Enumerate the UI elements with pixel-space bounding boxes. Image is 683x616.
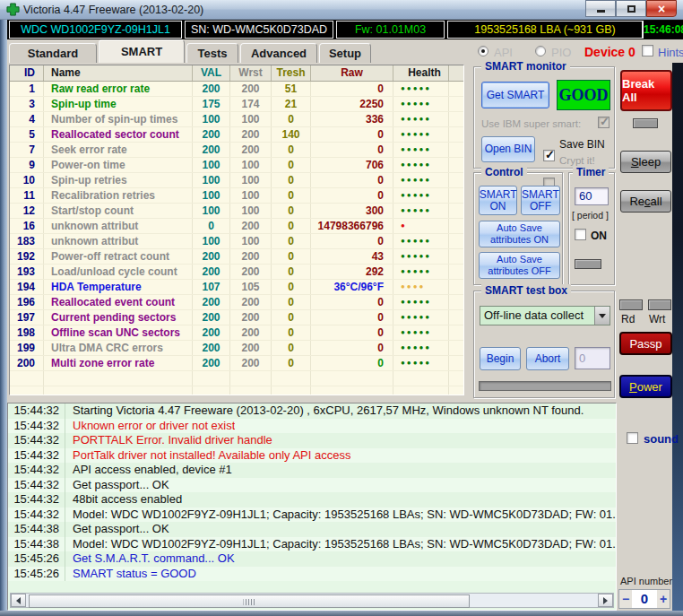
table-row[interactable]: 193 Load/unload cycle count 200 200 0 29… [10, 265, 463, 280]
log-entry[interactable]: 15:44:32 Get passport... OK [8, 478, 616, 493]
timer-on-checkbox[interactable] [575, 229, 586, 240]
table-row[interactable]: 4 Number of spin-up times 100 100 0 336 … [10, 112, 463, 127]
cell-tresh: 0 [272, 265, 311, 279]
open-bin-button[interactable]: Open BIN [481, 136, 535, 162]
table-row[interactable]: 196 Reallocated event count 200 200 0 0 … [10, 295, 463, 310]
cell-health-dots: ●●●●● [393, 143, 449, 157]
header-tresh[interactable]: Tresh [272, 65, 311, 81]
log-message: PortTalk driver not installed! Available… [65, 448, 350, 464]
table-row[interactable]: 9 Power-on time 100 100 0 706 ●●●●● [10, 158, 463, 173]
minimize-button[interactable] [585, 0, 616, 17]
cell-raw: 0 [311, 234, 393, 248]
table-row[interactable]: 198 Offline scan UNC sectors 200 200 0 0… [10, 325, 463, 341]
table-row[interactable]: 200 Multi zone error rate 200 200 0 0 ●●… [10, 356, 463, 371]
recall-button[interactable]: Recall [620, 190, 671, 213]
scrollbar-thumb[interactable] [29, 594, 470, 608]
close-button[interactable]: × [646, 0, 677, 17]
tab-smart[interactable]: SMART [99, 39, 185, 63]
scroll-left-button[interactable] [11, 594, 26, 607]
begin-button[interactable]: Begin [480, 347, 521, 370]
pio-radio[interactable] [535, 46, 546, 56]
spinner-increment-button[interactable]: + [657, 590, 670, 608]
table-row[interactable]: 197 Current pending sectors 200 200 0 0 … [10, 310, 463, 325]
smart-on-button[interactable]: SMART ON [479, 186, 517, 215]
cell-wrst: 100 [230, 188, 272, 203]
get-smart-button[interactable]: Get SMART [481, 82, 549, 108]
header-name[interactable]: Name [44, 65, 193, 81]
test-count-field[interactable]: 0 [575, 347, 610, 369]
log-entry[interactable]: 15:44:38 Get passport... OK [8, 522, 616, 537]
cell-wrst: 200 [230, 143, 272, 157]
timer-period-input[interactable]: 60 [575, 187, 609, 205]
cell-wrst: 200 [230, 82, 272, 96]
header-wrst[interactable]: Wrst [230, 65, 272, 81]
log-entry[interactable]: 15:44:32 Model: WDC WD1002F9YZ-09H1JL1; … [8, 508, 616, 523]
test-select-dropdown-button[interactable] [594, 307, 610, 325]
header-health[interactable]: Health [393, 65, 449, 81]
cell-spacer [449, 188, 463, 203]
cell-spacer [449, 280, 463, 294]
tab-setup[interactable]: Setup [319, 43, 371, 63]
horizontal-scrollbar[interactable] [10, 593, 614, 608]
autosave-on-button[interactable]: Auto Save attributes ON [479, 221, 560, 247]
cell-id: 194 [10, 280, 44, 294]
table-row[interactable]: 3 Spin-up time 175 174 21 2250 ●●●●● [10, 97, 463, 112]
table-row[interactable]: 194 HDA Temperature 107 105 0 36°C/96°F … [10, 280, 463, 295]
table-row[interactable]: 7 Seek error rate 200 200 0 0 ●●●●● [10, 143, 463, 158]
control-title: Control [481, 166, 527, 178]
cell-health-dots: ●●●●● [393, 325, 449, 340]
autosave-off-button[interactable]: Auto Save attributes OFF [479, 252, 560, 279]
log-entry[interactable]: 15:44:32 48bit access enabled [8, 492, 616, 508]
sleep-button[interactable]: Sleep [620, 151, 671, 173]
header-val[interactable]: VAL [193, 65, 230, 81]
cell-wrst: 200 [230, 219, 272, 233]
tab-advanced[interactable]: Advanced [240, 43, 317, 63]
cell-raw: 0 [311, 356, 393, 370]
smart-off-button[interactable]: SMART OFF [521, 186, 560, 215]
table-row[interactable]: 11 Recalibration retries 100 100 0 0 ●●●… [10, 188, 463, 204]
table-row[interactable] [10, 371, 463, 386]
header-spacer [449, 65, 463, 81]
table-row[interactable]: 199 Ultra DMA CRC errors 200 200 0 0 ●●●… [10, 341, 463, 356]
tab-tests[interactable]: Tests [186, 43, 238, 63]
table-row[interactable]: 183 unknown attribut 100 100 0 0 ●●●●● [10, 234, 463, 249]
log-entry[interactable]: 15:44:32 PortTalk driver not installed! … [8, 448, 616, 464]
cell-tresh: 0 [272, 173, 311, 187]
tab-standard[interactable]: Standard [9, 43, 97, 63]
table-row[interactable]: 16 unknown attribut 0 200 0 14798366796 … [10, 219, 463, 234]
header-id[interactable]: ID [10, 65, 44, 81]
smart-monitor-group: SMART monitor Get SMART GOOD Use IBM sup… [473, 66, 615, 169]
log-entry[interactable]: 15:44:38 Model: WDC WD1002F9YZ-09H1JL1; … [8, 537, 616, 552]
log-entry[interactable]: 15:44:32 PORTTALK Error. Invalid driver … [8, 433, 616, 448]
api-radio[interactable] [478, 46, 488, 56]
passp-button[interactable]: Passp [619, 332, 672, 355]
log-entry[interactable]: 15:45:26 SMART status = GOOD [8, 567, 616, 582]
test-select[interactable]: Off-line data collect [480, 306, 610, 325]
table-row[interactable]: 1 Raw read error rate 200 200 51 0 ●●●●● [10, 82, 463, 97]
table-row[interactable] [10, 386, 463, 395]
smart-attributes-table: ID Name VAL Wrst Tresh Raw Health 1 Raw … [9, 65, 464, 395]
log-entry[interactable]: 15:44:32 API access enabled, device #1 [8, 463, 616, 478]
break-all-button[interactable]: Break All [620, 70, 672, 111]
spinner-decrement-button[interactable]: − [619, 590, 632, 608]
cell-health-dots: ●●●●● [393, 265, 449, 279]
table-row[interactable]: 192 Power-off retract count 200 200 0 43… [10, 249, 463, 265]
table-row[interactable]: 5 Reallocated sector count 200 200 140 0… [10, 127, 463, 143]
table-row[interactable]: 12 Start/stop count 100 100 0 300 ●●●●● [10, 204, 463, 219]
log-entry[interactable]: 15:45:26 Get S.M.A.R.T. command... OK [8, 551, 616, 567]
sound-checkbox[interactable] [627, 432, 638, 444]
save-bin-checkbox[interactable] [543, 150, 555, 161]
abort-button[interactable]: Abort [526, 347, 569, 370]
header-raw[interactable]: Raw [311, 65, 393, 81]
cell-spacer [449, 234, 463, 248]
scroll-right-button[interactable] [598, 594, 613, 607]
hints-checkbox[interactable] [642, 45, 653, 56]
window-titlebar[interactable]: Victoria 4.47 Freeware (2013-02-20) × [0, 0, 683, 20]
log-entry[interactable]: 15:44:32 Starting Victoria 4.47 Freeware… [8, 403, 616, 419]
maximize-button[interactable] [616, 0, 646, 17]
power-button[interactable]: Power [619, 375, 672, 398]
cell-raw: 0 [311, 341, 393, 355]
log-entry[interactable]: 15:44:32 Uknown error or driver not exis… [8, 419, 616, 434]
table-row[interactable]: 10 Spin-up retries 100 100 0 0 ●●●●● [10, 173, 463, 188]
cell-raw: 0 [311, 173, 393, 187]
